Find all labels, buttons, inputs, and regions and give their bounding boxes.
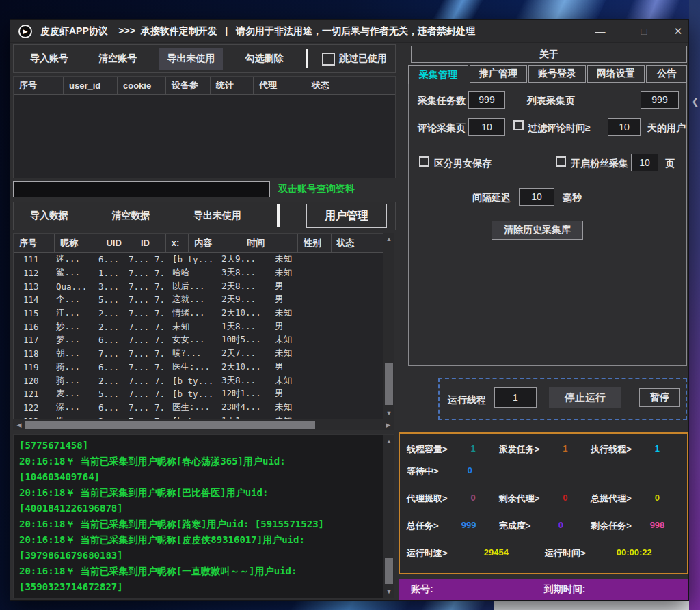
chevron-left-icon[interactable]: ❮: [690, 94, 700, 109]
table-cell: 2...: [93, 322, 123, 332]
table-row[interactable]: 120骑...2...7...7.[b ty...3天8...未知: [14, 374, 383, 387]
scroll-right-icon[interactable]: ▶: [383, 419, 393, 430]
scroll-down-icon[interactable]: ▼: [383, 587, 394, 596]
table-row[interactable]: 117梦...6...7...7.女女...10时5...未知: [14, 333, 383, 347]
maximize-button[interactable]: □: [634, 24, 654, 39]
vertical-scrollbar[interactable]: ▲ ▼: [383, 233, 394, 419]
table-cell: 7...: [123, 362, 149, 372]
table-cell: 江...: [51, 307, 93, 319]
clear-accounts-button[interactable]: 清空账号: [90, 48, 145, 70]
column-header[interactable]: UID: [100, 234, 135, 252]
skip-used-checkbox[interactable]: [322, 53, 335, 66]
log-output[interactable]: [5775671458]20:16:18￥ 当前已采集到用户昵称[春心荡漾365…: [13, 434, 394, 598]
about-button[interactable]: 关于: [411, 46, 687, 63]
table-cell: 未知: [269, 307, 298, 319]
table-row[interactable]: 122深...6...7...7.医生:...23时4...未知: [14, 401, 383, 415]
scroll-down-icon[interactable]: ▼: [383, 408, 394, 418]
column-header[interactable]: 序号: [14, 77, 64, 94]
column-header-filler: [383, 77, 395, 94]
table-cell: 7...: [123, 254, 149, 264]
table-row[interactable]: 118朝...7...7...7.唛?...2天7...未知: [14, 347, 383, 361]
column-header[interactable]: 昵称: [55, 234, 101, 252]
export-unused-data-button[interactable]: 导出未使用: [185, 205, 250, 227]
horizontal-scrollbar[interactable]: ◀ ▶: [13, 419, 394, 430]
log-line: [104603409764]: [19, 469, 394, 485]
close-button[interactable]: ✕: [668, 24, 688, 39]
account-lookup-input[interactable]: [13, 181, 270, 197]
tab-collect-management[interactable]: 采集管理: [408, 65, 468, 84]
import-data-button[interactable]: 导入数据: [22, 205, 77, 227]
column-header[interactable]: 序号: [14, 234, 55, 252]
table-row[interactable]: 119骑...6...7...7.医生:...2天10...男: [14, 361, 383, 374]
table-row[interactable]: 114李...5...7...7.这就...2天9...男: [14, 293, 383, 307]
tab-network-settings[interactable]: 网络设置: [587, 65, 645, 83]
column-header[interactable]: 设备参: [166, 77, 211, 94]
log-line: 20:16:18￥ 当前已采集到用户昵称[一直嗷嗷叫～～]用户uid:: [19, 564, 394, 579]
column-header[interactable]: 状态: [306, 77, 383, 94]
scroll-up-icon[interactable]: ▲: [383, 234, 394, 244]
table-cell: 迷...: [51, 253, 93, 265]
table-cell: 2...: [93, 376, 123, 386]
table-cell: 7...: [123, 281, 149, 292]
account-table[interactable]: 序号 user_id cookie 设备参 统计 代理 状态: [13, 76, 396, 178]
user-table[interactable]: 序号 昵称 UID ID x: 内容 时间 性别 状态 111迷...6...7…: [13, 233, 383, 419]
tab-promotion-management[interactable]: 推广管理: [470, 65, 527, 83]
column-header[interactable]: 统计: [211, 77, 254, 94]
column-header[interactable]: 内容: [189, 234, 241, 252]
table-row[interactable]: 123性...2...7...7.[b ty...1天1...未知: [14, 414, 383, 419]
table-row[interactable]: 113Qua...3...7...7.以后...2天8...男: [14, 279, 383, 293]
table-cell: 以后...: [167, 281, 216, 292]
scroll-left-icon[interactable]: ◀: [14, 419, 24, 430]
column-header[interactable]: user_id: [64, 77, 118, 94]
window-title: 皮皮虾APP协议 >>> 承接软件定制开发 | 请勿用于非法用途，一切后果与作者…: [40, 25, 475, 38]
column-header[interactable]: x:: [166, 234, 189, 252]
skip-used-label: 跳过已使用: [339, 53, 387, 65]
column-header[interactable]: 时间: [241, 234, 298, 252]
table-row[interactable]: 121麦...5...7...7.[b ty...12时1...男: [14, 387, 383, 401]
table-cell: [b ty...: [167, 389, 216, 399]
scrollbar-thumb[interactable]: [385, 363, 393, 405]
column-header[interactable]: cookie: [118, 77, 166, 94]
table-cell: 未知: [269, 348, 298, 359]
user-management-button[interactable]: 用户管理: [306, 204, 387, 228]
tick-delete-button[interactable]: 勾选删除: [237, 48, 292, 70]
log-line: [5775671458]: [19, 438, 394, 454]
minimize-button[interactable]: —: [590, 24, 610, 39]
export-unused-accounts-button[interactable]: 导出未使用: [159, 48, 223, 70]
table-row[interactable]: 111迷...6...7...7.[b ty...2天9...未知: [14, 253, 383, 266]
column-header[interactable]: 代理: [254, 77, 306, 94]
desktop-edge-strip: [689, 0, 700, 610]
table-cell: 2天9...: [216, 294, 269, 305]
title-bar[interactable]: ▶ 皮皮虾APP协议 >>> 承接软件定制开发 | 请勿用于非法用途，一切后果与…: [10, 20, 688, 43]
scrollbar-thumb[interactable]: [385, 558, 393, 584]
table-cell: 120: [14, 376, 51, 386]
account-table-body[interactable]: [14, 95, 395, 179]
tab-announcement[interactable]: 公告: [646, 65, 687, 83]
tab-account-login[interactable]: 账号登录: [528, 65, 586, 83]
table-cell: 哈哈: [167, 267, 216, 279]
column-header[interactable]: 状态: [332, 234, 378, 252]
log-vertical-scrollbar[interactable]: ▲ ▼: [383, 435, 394, 598]
log-line: 20:16:18￥ 当前已采集到用户昵称[路寒]用户uid: [59155715…: [19, 516, 394, 532]
import-accounts-button[interactable]: 导入账号: [22, 48, 77, 70]
pause-button[interactable]: 暂停: [639, 388, 680, 407]
thread-count-input[interactable]: 1: [494, 387, 537, 408]
table-row[interactable]: 112鲨...1...7...7.哈哈3天8...未知: [14, 266, 383, 280]
table-cell: 12时1...: [216, 388, 269, 400]
table-row[interactable]: 116妙...2...7...7.未知1天8...男: [14, 320, 383, 333]
table-cell: 骑...: [51, 361, 93, 373]
clear-data-button[interactable]: 清空数据: [104, 205, 159, 227]
table-cell: 未知: [269, 253, 298, 265]
column-header[interactable]: 性别: [298, 234, 332, 252]
table-cell: 23时4...: [216, 402, 269, 413]
toolbar-separator: [277, 204, 280, 227]
stop-run-button[interactable]: 停止运行: [549, 387, 621, 408]
thread-count-label: 运行线程: [448, 394, 486, 406]
scrollbar-thumb[interactable]: [25, 421, 315, 429]
table-row[interactable]: 115江...2...7...7.情绪...2天10...未知: [14, 307, 383, 320]
column-header[interactable]: ID: [135, 234, 166, 252]
account-toolbar: 导入账号 清空账号 导出未使用 勾选删除 跳过已使用: [13, 44, 396, 73]
toolbar-separator: [306, 49, 308, 68]
scroll-up-icon[interactable]: ▲: [383, 436, 394, 446]
table-cell: 7...: [123, 294, 149, 305]
